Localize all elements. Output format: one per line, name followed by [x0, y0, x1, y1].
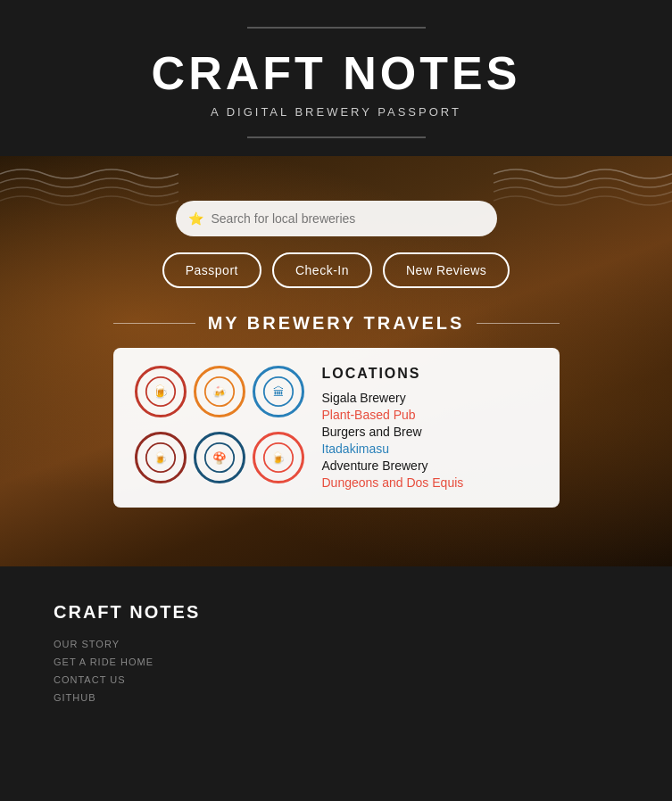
- stamp-1[interactable]: 🍺: [135, 366, 187, 417]
- stamp-6[interactable]: 🍺: [253, 432, 304, 483]
- stamp-3[interactable]: 🏛: [253, 366, 304, 417]
- wave-left-decoration: [0, 156, 178, 227]
- search-input[interactable]: [176, 201, 497, 236]
- site-subtitle: A DIGITAL BREWERY PASSPORT: [18, 105, 654, 119]
- footer-link-get-a-ride[interactable]: GET A RIDE HOME: [54, 656, 618, 667]
- checkin-button[interactable]: Check-In: [272, 252, 372, 288]
- location-itadakimasu[interactable]: Itadakimasu: [322, 442, 538, 456]
- footer-link-contact[interactable]: CONTACT US: [54, 674, 618, 685]
- new-reviews-button[interactable]: New Reviews: [383, 252, 510, 288]
- location-plant-based[interactable]: Plant-Based Pub: [322, 408, 538, 422]
- location-sigala[interactable]: Sigala Brewery: [322, 391, 538, 405]
- footer-link-our-story[interactable]: OUR STORY: [54, 639, 618, 649]
- svg-text:🍺: 🍺: [153, 451, 168, 466]
- search-container: ⭐: [176, 201, 497, 236]
- locations-card: 🍺 🍻 🏛 🍺: [113, 348, 560, 508]
- section-title: MY BREWERY TRAVELS: [208, 313, 465, 334]
- nav-buttons: Passport Check-In New Reviews: [162, 252, 510, 288]
- passport-button[interactable]: Passport: [162, 252, 261, 288]
- locations-heading: LOCATIONS: [322, 366, 538, 382]
- footer-links: OUR STORY GET A RIDE HOME CONTACT US GIT…: [54, 639, 618, 703]
- location-burgers[interactable]: Burgers and Brew: [322, 425, 538, 439]
- wave-right-decoration: [494, 156, 672, 227]
- footer-brand: CRAFT NOTES: [54, 602, 618, 623]
- locations-section: LOCATIONS Sigala Brewery Plant-Based Pub…: [322, 366, 538, 490]
- search-icon: ⭐: [188, 211, 203, 226]
- header-section: CRAFT NOTES A DIGITAL BREWERY PASSPORT: [0, 0, 672, 156]
- stamp-2[interactable]: 🍻: [194, 366, 245, 417]
- locations-list: Sigala Brewery Plant-Based Pub Burgers a…: [322, 391, 538, 490]
- svg-text:🍻: 🍻: [212, 385, 227, 400]
- svg-text:🍺: 🍺: [153, 384, 169, 400]
- section-title-wrapper: MY BREWERY TRAVELS: [113, 313, 560, 334]
- stamp-4[interactable]: 🍺: [135, 432, 187, 483]
- section-line-left: [113, 323, 195, 324]
- header-line-bottom: [247, 136, 426, 138]
- stamp-5[interactable]: 🍄: [194, 432, 245, 483]
- svg-text:🏛: 🏛: [272, 385, 284, 399]
- location-adventure[interactable]: Adventure Brewery: [322, 458, 538, 473]
- location-dungeons[interactable]: Dungeons and Dos Equis: [322, 475, 538, 490]
- footer-section: CRAFT NOTES OUR STORY GET A RIDE HOME CO…: [0, 566, 672, 730]
- site-title: CRAFT NOTES: [18, 46, 654, 100]
- section-line-right: [477, 323, 559, 324]
- footer-link-github[interactable]: GITHUB: [54, 692, 618, 703]
- stamps-grid: 🍺 🍻 🏛 🍺: [135, 366, 304, 490]
- hero-section: ⭐ Passport Check-In New Reviews MY BREWE…: [0, 156, 672, 566]
- header-line-top: [247, 27, 426, 29]
- svg-text:🍄: 🍄: [212, 451, 227, 466]
- svg-text:🍺: 🍺: [271, 451, 286, 466]
